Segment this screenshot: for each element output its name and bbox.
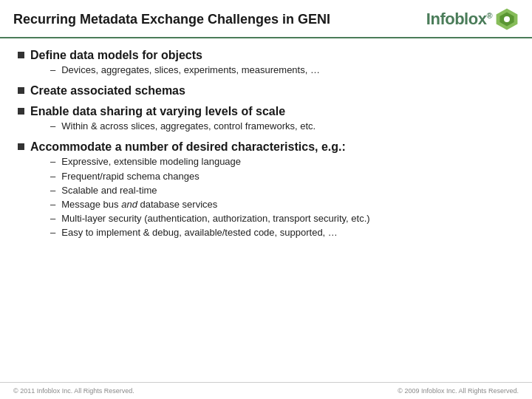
main-bullet-text: Define data models for objects (30, 49, 202, 62)
sub-dash-icon: – (50, 170, 55, 183)
svg-point-2 (504, 16, 510, 22)
sub-dash-icon: – (50, 184, 55, 197)
sub-bullet-item: –Scalable and real-time (50, 184, 514, 197)
sub-dash-icon: – (50, 64, 55, 77)
logo-text: Infoblox® (426, 10, 492, 29)
bullet-section-b2: Create associated schemas (18, 84, 514, 98)
sub-bullet-item: –Easy to implement & debug, available/te… (50, 226, 514, 239)
sub-dash-icon: – (50, 120, 55, 133)
sub-bullet-item: –Multi-layer security (authentication, a… (50, 212, 514, 225)
sub-dash-icon: – (50, 155, 55, 168)
sub-bullet-item: –Frequent/rapid schema changes (50, 170, 514, 183)
slide-title: Recurring Metadata Exchange Challenges i… (13, 12, 330, 27)
sub-bullet-item: –Expressive, extensible modeling languag… (50, 155, 514, 168)
slide-footer: © 2011 Infoblox Inc. All Rights Reserved… (0, 382, 532, 399)
sub-bullet-text: Expressive, extensible modeling language (61, 155, 241, 168)
sub-dash-icon: – (50, 212, 55, 225)
footer-left-text: © 2011 Infoblox Inc. All Rights Reserved… (13, 387, 134, 395)
sub-bullet-text: Scalable and real-time (61, 184, 157, 197)
sub-bullet-item: –Within & across slices, aggregates, con… (50, 120, 514, 133)
bullet-square-icon (18, 87, 24, 94)
main-bullet-text: Enable data sharing at varying levels of… (30, 105, 285, 118)
sub-bullet-text: Frequent/rapid schema changes (61, 170, 199, 183)
main-bullet: Accommodate a number of desired characte… (18, 140, 514, 154)
sub-dash-icon: – (50, 198, 55, 211)
sub-bullet-text: Easy to implement & debug, available/tes… (61, 226, 338, 239)
sub-bullet-text: Devices, aggregates, slices, experiments… (61, 64, 320, 77)
sub-bullets: –Devices, aggregates, slices, experiment… (50, 64, 514, 77)
main-bullet-text: Create associated schemas (30, 84, 185, 98)
sub-dash-icon: – (50, 226, 55, 239)
main-bullet: Enable data sharing at varying levels of… (18, 105, 514, 118)
main-bullet: Create associated schemas (18, 84, 514, 98)
bullet-square-icon (18, 143, 24, 150)
bullet-square-icon (18, 52, 24, 58)
bullet-section-b3: Enable data sharing at varying levels of… (18, 105, 514, 133)
main-bullet: Define data models for objects (18, 49, 514, 62)
sub-bullets: –Within & across slices, aggregates, con… (50, 120, 514, 133)
slide: Recurring Metadata Exchange Challenges i… (0, 0, 532, 399)
logo-icon (495, 7, 519, 31)
slide-content: Define data models for objects–Devices, … (0, 38, 532, 382)
sub-bullet-text: Multi-layer security (authentication, au… (61, 212, 369, 225)
sub-bullets: –Expressive, extensible modeling languag… (50, 155, 514, 239)
sub-bullet-item: –Message bus and database services (50, 198, 514, 211)
main-bullet-text: Accommodate a number of desired characte… (30, 140, 346, 154)
sub-bullet-text: Message bus and database services (61, 198, 217, 211)
footer-right-text: © 2009 Infoblox Inc. All Rights Reserved… (398, 387, 519, 395)
bullet-section-b1: Define data models for objects–Devices, … (18, 49, 514, 77)
bullet-square-icon (18, 108, 24, 115)
logo: Infoblox® (426, 7, 519, 31)
bullet-section-b4: Accommodate a number of desired characte… (18, 140, 514, 239)
sub-bullet-text: Within & across slices, aggregates, cont… (61, 120, 316, 133)
sub-bullet-item: –Devices, aggregates, slices, experiment… (50, 64, 514, 77)
slide-header: Recurring Metadata Exchange Challenges i… (0, 0, 532, 38)
